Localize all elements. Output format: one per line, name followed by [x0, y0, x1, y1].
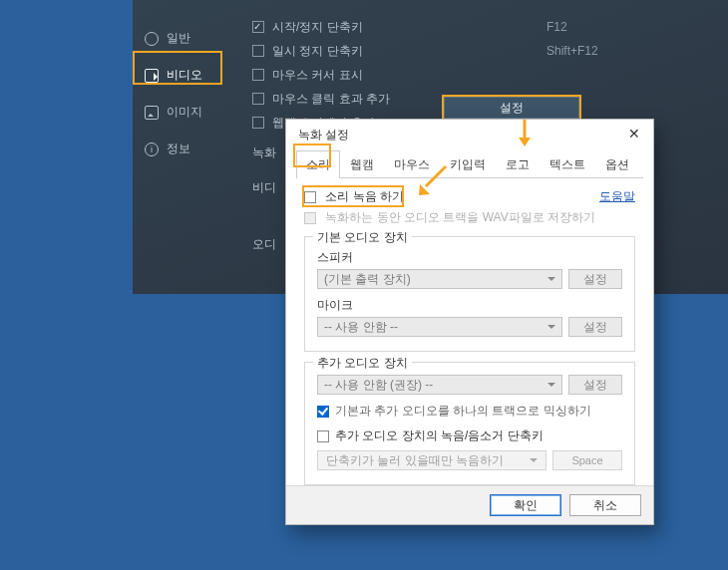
sidebar-item-label: 이미지 — [167, 104, 202, 121]
mix-checkbox-row[interactable]: 기본과 추가 오디오를 하나의 트랙으로 믹싱하기 — [317, 403, 622, 420]
settings-button[interactable]: 설정 — [444, 97, 579, 119]
extra-settings-button[interactable]: 설정 — [568, 375, 622, 395]
record-sound-label: 소리 녹음 하기 — [325, 189, 404, 203]
opt-pause-hotkey[interactable]: 일시 정지 단축키 Shift+F12 — [252, 39, 718, 63]
wav-save-label: 녹화하는 동안 오디오 트랙을 WAV파일로 저장하기 — [325, 210, 595, 224]
group-title-basic: 기본 오디오 장치 — [313, 229, 412, 246]
sidebar-item-label: 일반 — [167, 30, 190, 47]
extra-audio-select[interactable]: -- 사용 안함 (권장) -- — [317, 375, 562, 395]
tab-text[interactable]: 텍스트 — [540, 150, 595, 178]
checkbox-icon — [304, 212, 316, 224]
arrow-icon — [517, 120, 533, 147]
record-sound-checkbox[interactable]: 소리 녹음 하기 — [304, 188, 404, 205]
opt-key: Shift+F12 — [546, 44, 598, 58]
dialog-tabs: 소리 웹캠 마우스 키입력 로고 텍스트 옵션 — [296, 149, 643, 178]
hotkey-label: 추가 오디오 장치의 녹음/음소거 단축키 — [335, 428, 544, 444]
speaker-value: (기본 출력 장치) — [324, 271, 411, 288]
extra-audio-group: 추가 오디오 장치 -- 사용 안함 (권장) -- 설정 기본과 추가 오디오… — [304, 362, 635, 485]
label-audio: 오디 — [252, 236, 276, 253]
mic-select[interactable]: -- 사용 안함 -- — [317, 317, 562, 337]
checkbox-icon — [252, 69, 264, 81]
checkbox-icon — [252, 21, 264, 33]
cancel-button[interactable]: 취소 — [569, 494, 641, 516]
checkbox-icon — [317, 406, 329, 418]
checkbox-icon — [304, 191, 316, 203]
dialog-footer: 확인 취소 — [286, 485, 653, 524]
sidebar-item-image[interactable]: 이미지 — [133, 94, 237, 131]
checkbox-icon — [252, 45, 264, 57]
svg-line-2 — [426, 166, 446, 186]
mix-label: 기본과 추가 오디오를 하나의 트랙으로 믹싱하기 — [335, 403, 591, 420]
tab-logo[interactable]: 로고 — [496, 150, 540, 178]
opt-label: 마우스 커서 표시 — [272, 67, 363, 84]
svg-marker-1 — [519, 138, 531, 146]
dialog-title-text: 녹화 설정 — [298, 127, 349, 143]
speaker-settings-button[interactable]: 설정 — [568, 269, 622, 289]
arrow-icon — [416, 164, 450, 198]
video-icon — [145, 69, 159, 83]
gear-icon — [145, 32, 159, 46]
tab-sound[interactable]: 소리 — [296, 150, 340, 178]
label-video: 비디 — [252, 179, 276, 196]
record-settings-dialog: 녹화 설정 ✕ 소리 웹캠 마우스 키입력 로고 텍스트 옵션 소리 녹음 하기… — [285, 119, 654, 525]
opt-label: 시작/정지 단축키 — [272, 19, 363, 36]
hotkey-mode-select[interactable]: 단축키가 눌러 있을때만 녹음하기 — [317, 450, 546, 470]
opt-start-stop-hotkey[interactable]: 시작/정지 단축키 F12 — [252, 15, 718, 39]
image-icon — [145, 106, 159, 120]
truncated-section-labels: 녹화 비디 오디 — [252, 144, 276, 253]
sidebar-item-general[interactable]: 일반 — [133, 20, 237, 57]
help-link[interactable]: 도움말 — [599, 188, 635, 205]
mic-value: -- 사용 안함 -- — [324, 319, 398, 336]
extra-audio-value: -- 사용 안함 (권장) -- — [324, 377, 433, 394]
hotkey-mode-value: 단축키가 눌러 있을때만 녹음하기 — [326, 452, 504, 469]
close-icon[interactable]: ✕ — [625, 126, 643, 143]
dialog-titlebar: 녹화 설정 ✕ — [286, 120, 653, 145]
mic-settings-button[interactable]: 설정 — [568, 317, 622, 337]
checkbox-icon — [252, 93, 264, 105]
opt-mouse-cursor[interactable]: 마우스 커서 표시 — [252, 63, 718, 87]
mic-label: 마이크 — [317, 297, 622, 314]
sidebar-item-label: 정보 — [167, 141, 190, 157]
opt-key: F12 — [546, 20, 567, 34]
dialog-body: 소리 녹음 하기 도움말 녹화하는 동안 오디오 트랙을 WAV파일로 저장하기… — [286, 178, 653, 491]
sidebar-item-info[interactable]: i 정보 — [133, 131, 237, 167]
checkbox-icon — [252, 117, 264, 129]
basic-audio-group: 기본 오디오 장치 스피커 (기본 출력 장치) 설정 마이크 -- 사용 안함… — [304, 236, 635, 352]
sidebar-item-video[interactable]: 비디오 — [133, 57, 237, 94]
speaker-label: 스피커 — [317, 249, 622, 266]
hotkey-checkbox-row[interactable]: 추가 오디오 장치의 녹음/음소거 단축키 — [317, 428, 622, 444]
tab-webcam[interactable]: 웹캠 — [340, 150, 384, 178]
sidebar-item-label: 비디오 — [167, 67, 202, 84]
hotkey-key-field[interactable]: Space — [552, 450, 622, 470]
speaker-select[interactable]: (기본 출력 장치) — [317, 269, 562, 289]
sidebar: 일반 비디오 이미지 i 정보 — [133, 0, 237, 294]
info-icon: i — [145, 142, 159, 156]
label-record: 녹화 — [252, 144, 276, 161]
ok-button[interactable]: 확인 — [490, 494, 561, 516]
group-title-extra: 추가 오디오 장치 — [313, 355, 412, 372]
opt-label: 일시 정지 단축키 — [272, 43, 363, 60]
opt-label: 마우스 클릭 효과 추가 — [272, 91, 390, 108]
tab-option[interactable]: 옵션 — [595, 150, 639, 178]
checkbox-icon — [317, 430, 329, 442]
